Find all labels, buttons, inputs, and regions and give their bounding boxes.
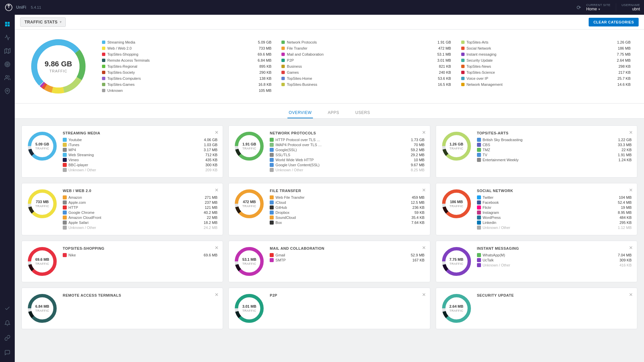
card-donut-center: 1.91 GB TRAFFIC [243,142,257,150]
card-donut-center: 472 MB TRAFFIC [243,200,257,207]
current-site-dropdown[interactable]: Home ▾ [586,7,610,11]
card-traffic-label: TRAFFIC [35,147,49,150]
sidebar-item-targets[interactable] [1,58,13,70]
card-donut-wrap: 6.84 MB TRAFFIC [27,293,57,323]
legend-item-value: 895 KB [259,64,271,68]
card-row-value: 35.4 KB [412,216,425,220]
card-row-value: 1.24 KB [619,158,632,162]
card-row-left: HTTP [63,205,78,209]
card-row-name: Web Streaming [68,153,94,157]
card-close-button[interactable]: ✕ [422,130,426,135]
card-close-button[interactable]: ✕ [215,245,219,250]
card-traffic-label: TRAFFIC [35,262,49,265]
sidebar-item-pin[interactable] [1,85,13,97]
card-close-button[interactable]: ✕ [422,245,426,250]
legend-item: File Transfer 472 MB [281,46,451,51]
card-row-left: Unknown / Other [477,226,511,230]
card-row-value: 300 KB [205,163,217,167]
tab-overview[interactable]: OVERVIEW [287,108,313,118]
legend-item-name: TopSites-Arts [467,40,488,44]
card-row-color-icon [270,253,274,257]
card-row: iTunes 1.03 GB [63,143,217,147]
card-row-left: Unknown / Other [63,168,96,172]
card-row: Apple.com 237 MB [63,200,217,204]
card-close-button[interactable]: ✕ [629,130,633,135]
sidebar-item-map[interactable] [1,45,13,57]
card-row: Unknown / Other 1.12 MB [477,226,632,230]
card-donut-center: 2.64 MB TRAFFIC [449,304,464,312]
sidebar-item-link[interactable] [1,332,13,344]
card-row-left: Dropbox [270,210,289,215]
card-title: MAIL AND COLLABORATION [270,246,424,250]
tab-apps[interactable]: APPS [326,108,340,118]
traffic-stats-button[interactable]: TRAFFIC STATS ▾ [20,17,66,27]
card-instant-messaging: ✕ 7.75 MB TRAFFIC INSTANT MESSAGING What… [436,241,637,282]
sidebar-item-bell[interactable] [1,317,13,329]
sidebar [0,15,15,362]
card-row-value: 121 MB [205,205,217,209]
card-donut-center: 69.6 MB TRAFFIC [35,257,49,265]
card-title: FILE TRANSFER [270,189,424,193]
username-value[interactable]: ubnt [622,7,640,11]
legend-item-value: 14.6 KB [618,82,631,86]
card-row: Unknown / Other 8.25 MB [270,168,424,172]
card-close-button[interactable]: ✕ [629,292,633,297]
card-row-value: 24.2 MB [204,226,217,230]
card-donut-wrap: 3.01 MB TRAFFIC [234,293,264,323]
legend-item: Business 821 KB [281,64,451,69]
sidebar-item-check[interactable] [1,302,13,314]
card-row-left: Web File Transfer [270,195,305,199]
card-donut-wrap: 53.1 MB TRAFFIC [234,246,264,277]
card-donut-wrap: 5.09 GB TRAFFIC [27,131,57,161]
card-donut-center: 1.26 GB TRAFFIC [449,142,464,150]
card-row-name: TV [483,153,487,157]
card-row-left: SSL/TLS [270,153,290,157]
sidebar-item-activity[interactable] [1,32,13,44]
legend-color-dot [461,77,465,80]
legend-item-name: Network Management [467,82,503,86]
card-close-button[interactable]: ✕ [629,187,633,193]
svg-rect-2 [8,22,10,24]
main-content: TRAFFIC STATS ▾ CLEAR CATEGORIES [15,15,644,362]
card-close-button[interactable]: ✕ [422,187,426,193]
card-row-value: 52.4 MB [618,200,632,204]
card-row-name: Facebook [483,200,499,204]
sidebar-item-users[interactable] [1,72,13,84]
card-row-left: Amazon [63,195,82,199]
card-rows: Nike 69.6 MB [63,253,217,257]
card-row-left: Google Chrome [63,210,95,215]
sidebar-item-chat[interactable] [1,347,13,359]
username-section: USERNAME ubnt [616,3,640,11]
card-row-value: 8.25 MB [411,168,425,172]
legend-item-left: Unknown [102,88,123,93]
clear-categories-button[interactable]: CLEAR CATEGORIES [589,18,639,26]
card-row: Twitter 104 MB [477,195,632,199]
card-close-button[interactable]: ✕ [629,245,633,250]
card-title: SOCIAL NETWORK [477,189,632,193]
card-close-button[interactable]: ✕ [215,130,219,135]
refresh-button[interactable]: ⟳ [577,4,581,11]
legend-item-name: TopSites-Regional [107,64,137,68]
card-row-name: Dropbox [275,210,289,215]
card-title: WEB / WEB 2.0 [63,189,217,193]
main-donut-chart: 9.86 GB TRAFFIC [28,36,89,97]
card-row: Box 7.64 KB [270,221,424,225]
tab-users[interactable]: USERS [354,108,371,118]
card-row-value: 167 KB [413,258,425,262]
card-row: Web Streaming 712 KB [63,153,217,157]
legend-item-left: Business [281,64,302,68]
legend-color-dot [461,71,465,74]
card-title: STREAMING MEDIA [63,131,217,135]
card-close-button[interactable]: ✕ [422,292,426,297]
card-close-button[interactable]: ✕ [215,292,219,297]
legend-item: Unknown 105 MB [102,88,271,93]
card-row-value: 19 MB [621,205,632,209]
card-row-value: 435 KB [205,158,217,162]
card-row-left: WordPress [477,216,501,220]
card-close-button[interactable]: ✕ [215,187,219,193]
card-title: REMOTE ACCESS TERMINALS [63,293,217,297]
overview-section: 9.86 GB TRAFFIC Streaming Media 5.09 GB … [15,29,644,104]
card-row-left: Entertainment Weekly [477,158,519,162]
legend-item-left: TopSites-Shopping [102,52,138,56]
sidebar-item-home[interactable] [1,18,13,30]
